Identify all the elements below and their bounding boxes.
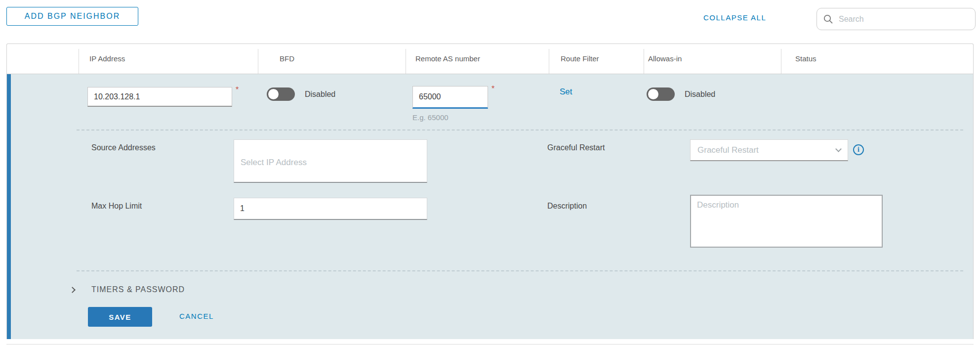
- cancel-button[interactable]: CANCEL: [179, 312, 214, 320]
- section-divider: [77, 130, 963, 130]
- source-addresses-label: Source Addresses: [91, 143, 156, 152]
- description-label: Description: [547, 202, 587, 211]
- allowas-in-toggle[interactable]: [647, 87, 675, 101]
- max-hop-limit-input[interactable]: [234, 198, 427, 220]
- remote-as-required-marker: *: [491, 85, 494, 93]
- add-bgp-neighbor-button[interactable]: ADD BGP NEIGHBOR: [6, 7, 138, 26]
- toggle-knob: [648, 89, 658, 99]
- timers-password-expander[interactable]: TIMERS & PASSWORD: [70, 285, 185, 294]
- next-row-top-border: [6, 344, 974, 345]
- remote-as-number-input[interactable]: [412, 86, 488, 109]
- search-icon: [823, 14, 834, 25]
- column-divider: [258, 49, 258, 74]
- table-header-row: IP Address BFD Remote AS number Route Fi…: [7, 44, 973, 74]
- search-input[interactable]: [839, 15, 969, 24]
- column-divider: [406, 49, 406, 74]
- timers-password-label: TIMERS & PASSWORD: [91, 285, 185, 294]
- toggle-knob: [268, 89, 279, 99]
- section-divider: [77, 270, 963, 271]
- graceful-restart-selected-value: Graceful Restart: [697, 145, 836, 155]
- max-hop-limit-label: Max Hop Limit: [91, 202, 142, 211]
- ip-address-input[interactable]: [87, 87, 232, 107]
- header-remote-as-number: Remote AS number: [415, 44, 480, 74]
- collapse-all-link[interactable]: COLLAPSE ALL: [703, 13, 766, 22]
- bfd-state-label: Disabled: [305, 90, 335, 99]
- column-divider: [781, 49, 781, 74]
- bgp-neighbors-panel: ADD BGP NEIGHBOR COLLAPSE ALL IP Address…: [0, 0, 980, 346]
- allowas-in-state-label: Disabled: [685, 90, 715, 99]
- bgp-neighbors-table: IP Address BFD Remote AS number Route Fi…: [6, 43, 974, 339]
- chevron-down-icon: [835, 146, 842, 152]
- source-addresses-placeholder: Select IP Address: [241, 158, 307, 168]
- header-allowas-in: Allowas-in: [648, 44, 682, 74]
- bfd-toggle[interactable]: [267, 87, 295, 101]
- header-status: Status: [795, 44, 817, 74]
- header-route-filter: Route Filter: [561, 44, 599, 74]
- graceful-restart-select[interactable]: Graceful Restart: [690, 139, 848, 161]
- header-bfd: BFD: [280, 44, 294, 74]
- save-button[interactable]: SAVE: [88, 307, 152, 327]
- source-addresses-input[interactable]: Select IP Address: [234, 139, 427, 183]
- remote-as-helper-text: E.g. 65000: [412, 113, 449, 122]
- info-icon[interactable]: i: [853, 144, 864, 155]
- column-divider: [549, 49, 549, 74]
- route-filter-set-link[interactable]: Set: [560, 87, 572, 97]
- column-divider: [644, 49, 644, 74]
- graceful-restart-label: Graceful Restart: [547, 143, 605, 152]
- column-divider: [79, 49, 79, 74]
- bgp-neighbor-edit-row: * Disabled * E.g. 65000 Set Disabled Sou…: [7, 74, 973, 339]
- chevron-right-icon: [69, 287, 76, 293]
- description-textarea[interactable]: [690, 195, 883, 248]
- header-ip-address: IP Address: [89, 44, 125, 74]
- search-box[interactable]: [817, 8, 976, 30]
- ip-address-required-marker: *: [236, 86, 239, 94]
- row-accent-bar: [7, 74, 11, 339]
